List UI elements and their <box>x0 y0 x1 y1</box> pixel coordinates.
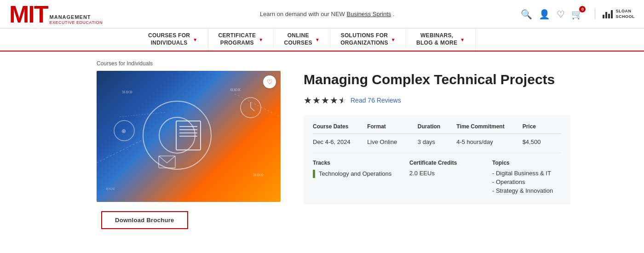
star-4: ★ <box>330 95 338 106</box>
table-header: Course Dates Format Duration Time Commit… <box>313 123 561 134</box>
lower-details-row: Tracks Technology and Operations Certifi… <box>313 160 561 196</box>
star-2: ★ <box>312 95 321 106</box>
search-icon[interactable]: 🔍 <box>521 9 532 20</box>
sloan-text: SLOAN SCHOOL <box>615 9 635 19</box>
nav-certificate-programs[interactable]: CERTIFICATE PROGRAMS ▼ <box>208 29 274 51</box>
tech-svg-overlay: ⊕ ««« »»» »»» ««« <box>97 71 281 202</box>
svg-line-1 <box>235 94 281 117</box>
topic-1: - Digital Business & IT <box>492 170 561 177</box>
cart-icon[interactable]: 🛒 0 <box>571 9 583 20</box>
course-duration: 3 days <box>418 138 456 145</box>
chevron-down-icon: ▼ <box>193 37 197 43</box>
nav-webinars-blog[interactable]: WEBINARS, BLOG & MORE ▼ <box>406 29 476 51</box>
svg-line-9 <box>251 108 254 111</box>
nav-solutions-organizations[interactable]: SOLUTIONS FOR ORGANIZATIONS ▼ <box>330 29 406 51</box>
download-btn-area: Download Brochure <box>97 211 290 229</box>
star-rating: ★ ★ ★ ★ ★ ★ <box>304 95 347 106</box>
star-half: ★ ★ <box>339 95 347 106</box>
sloan-logo: SLOAN SCHOOL <box>595 9 635 19</box>
credits-label: Certificate Credits <box>409 160 492 166</box>
col-header-dates: Course Dates <box>313 123 367 130</box>
credits-value: 2.0 EEUs <box>409 170 492 177</box>
col-header-duration: Duration <box>418 123 456 130</box>
svg-line-2 <box>120 112 166 117</box>
course-details-table: Course Dates Format Duration Time Commit… <box>304 115 570 204</box>
topic-3: - Strategy & Innovation <box>492 187 561 194</box>
main-content: ⊕ ««« »»» »»» ««« ♡ <box>0 71 644 243</box>
topics-label: Topics <box>492 160 561 166</box>
cart-badge: 0 <box>579 6 586 12</box>
col-header-price: Price <box>523 123 561 130</box>
course-price: $4,500 <box>523 138 561 145</box>
navigation: COURSES FOR INDIVIDUALS ▼ CERTIFICATE PR… <box>0 29 644 52</box>
star-3: ★ <box>321 95 329 106</box>
course-format: Live Online <box>367 138 418 145</box>
announce-suffix: . <box>393 11 395 17</box>
course-title: Managing Complex Technical Projects <box>304 71 644 88</box>
course-image-bg: ⊕ ««« »»» »»» ««« <box>97 71 281 202</box>
chevron-down-icon: ▼ <box>315 37 320 43</box>
download-brochure-button[interactable]: Download Brochure <box>101 211 188 229</box>
svg-text:«««: ««« <box>106 185 115 192</box>
nav-courses-individuals[interactable]: COURSES FOR INDIVIDUALS ▼ <box>138 29 208 51</box>
header-icons: 🔍 👤 ♡ 🛒 0 <box>521 9 583 20</box>
management-text: MANAGEMENT <box>50 14 103 20</box>
announcement-bar: Learn on demand with our NEW Business Sp… <box>133 11 521 17</box>
col-header-commitment: Time Commitment <box>456 123 522 130</box>
course-commitment: 4-5 hours/day <box>456 138 522 145</box>
chevron-down-icon: ▼ <box>391 37 396 43</box>
svg-text:»»»: »»» <box>253 171 264 178</box>
course-image: ⊕ ««« »»» »»» ««« ♡ <box>97 71 281 202</box>
col-header-format: Format <box>367 123 418 130</box>
business-sprints-link[interactable]: Business Sprints <box>347 11 391 17</box>
topics-section: Topics - Digital Business & IT - Operati… <box>492 160 561 196</box>
tracks-section: Tracks Technology and Operations <box>313 160 409 196</box>
svg-text:»»»: »»» <box>122 88 133 95</box>
course-dates: Dec 4-6, 2024 <box>313 138 367 145</box>
rating-row: ★ ★ ★ ★ ★ ★ Read 76 Reviews <box>304 95 644 106</box>
track-item: Technology and Operations <box>313 170 409 178</box>
exec-ed-text: EXECUTIVE EDUCATION <box>50 20 103 25</box>
mit-text: MIT <box>9 2 48 26</box>
account-icon[interactable]: 👤 <box>539 9 550 20</box>
sloan-bars-icon <box>603 10 613 18</box>
table-data-row: Dec 4-6, 2024 Live Online 3 days 4-5 hou… <box>313 138 561 153</box>
announce-text: Learn on demand with our NEW <box>260 11 347 17</box>
read-reviews-link[interactable]: Read 76 Reviews <box>351 97 401 104</box>
tracks-label: Tracks <box>313 160 409 166</box>
star-1: ★ <box>304 95 312 106</box>
credits-section: Certificate Credits 2.0 EEUs <box>409 160 492 196</box>
breadcrumb[interactable]: Courses for Individuals <box>97 60 153 67</box>
right-column: Managing Complex Technical Projects ★ ★ … <box>290 71 644 229</box>
chevron-down-icon: ▼ <box>259 37 263 43</box>
track-color-indicator <box>313 170 315 178</box>
topic-2: - Operations <box>492 178 561 185</box>
logo[interactable]: MIT MANAGEMENT EXECUTIVE EDUCATION <box>9 2 133 26</box>
svg-line-0 <box>97 140 143 163</box>
svg-text:«««: ««« <box>230 86 241 93</box>
wishlist-icon[interactable]: ♡ <box>557 9 565 20</box>
favorite-button[interactable]: ♡ <box>263 75 276 88</box>
svg-text:⊕: ⊕ <box>121 128 126 134</box>
track-name: Technology and Operations <box>319 170 391 177</box>
chevron-down-icon: ▼ <box>460 37 465 43</box>
left-column: ⊕ ««« »»» »»» ««« ♡ <box>97 71 290 229</box>
nav-online-courses[interactable]: ONLINE COURSES ▼ <box>274 29 330 51</box>
